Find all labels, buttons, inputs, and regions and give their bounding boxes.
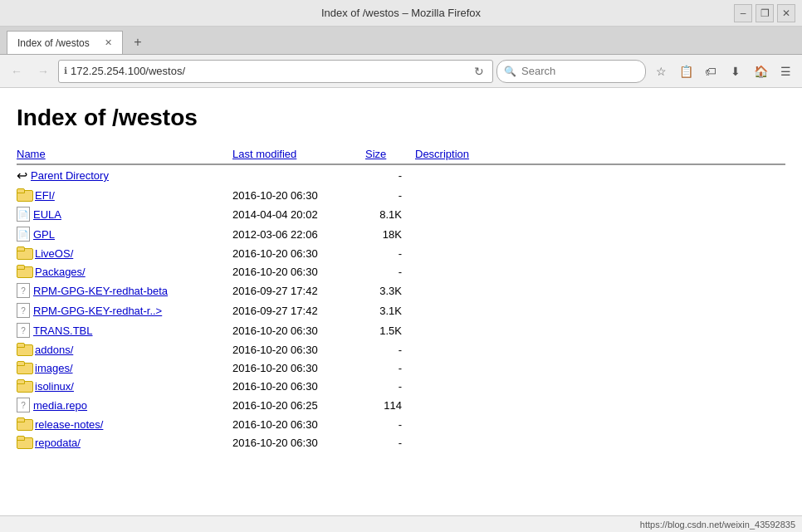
file-size: - [365,415,415,433]
menu-icon[interactable]: ☰ [774,60,797,83]
file-desc [415,377,785,395]
file-link[interactable]: LiveOS/ [35,247,73,260]
file-link[interactable]: EULA [33,208,61,221]
home-icon[interactable]: 🏠 [749,60,772,83]
file-desc [415,320,785,340]
table-row: ?media.repo2016-10-20 06:25114 [17,395,785,415]
table-row: 📄GPL2012-03-06 22:0618K [17,224,785,244]
folder-icon [17,417,32,431]
file-size: 1.5K [365,320,415,340]
file-size: - [365,377,415,395]
bookmark-icon[interactable]: ☆ [649,60,672,83]
file-size: 8.1K [365,204,415,224]
file-link[interactable]: repodata/ [35,437,81,449]
table-row: 📄EULA2014-04-04 20:028.1K [17,204,785,224]
col-header-desc: Description [415,144,785,164]
minimize-button[interactable]: – [734,4,752,22]
file-date: 2012-03-06 22:06 [232,224,365,244]
address-input[interactable] [71,65,471,77]
file-size: - [365,164,415,186]
download-icon[interactable]: ⬇ [724,60,747,83]
file-desc [415,164,785,186]
file-date: 2016-10-20 06:30 [232,415,365,433]
file-link[interactable]: Parent Directory [31,169,109,182]
tab-index-westos[interactable]: Index of /westos ✕ [7,31,123,54]
sort-desc-link[interactable]: Description [415,148,469,160]
table-row: addons/2016-10-20 06:30- [17,340,785,359]
new-tab-button[interactable]: + [126,31,149,54]
file-icon: ? [17,398,30,412]
window-title: Index of /westos – Mozilla Firefox [321,7,481,19]
lock-icon: ℹ [64,66,67,76]
close-button[interactable]: ✕ [777,4,795,22]
table-row: EFI/2016-10-20 06:30- [17,186,785,204]
file-size: 114 [365,395,415,415]
file-size: 18K [365,224,415,244]
toolbar-icons: ☆ 📋 🏷 ⬇ 🏠 ☰ [649,60,797,83]
file-size: - [365,262,415,281]
table-row: images/2016-10-20 06:30- [17,359,785,377]
file-desc [415,340,785,359]
file-date: 2016-09-27 17:42 [232,281,365,300]
file-link[interactable]: media.repo [33,399,87,412]
file-desc [415,204,785,224]
folder-icon [17,379,32,393]
file-desc [415,395,785,415]
file-icon: ? [17,283,30,298]
status-url: https://blog.csdn.net/weixin_43592835 [640,520,795,530]
refresh-button[interactable]: ↻ [471,65,487,78]
file-date: 2016-10-20 06:30 [232,340,365,359]
file-date: 2016-10-20 06:30 [232,262,365,281]
back-button[interactable]: ← [5,60,28,83]
sort-name-link[interactable]: Name [17,148,46,160]
table-row: ?TRANS.TBL2016-10-20 06:301.5K [17,320,785,340]
file-icon: ? [17,323,30,338]
doc-icon: 📄 [17,207,30,222]
sort-size-link[interactable]: Size [365,148,386,160]
tab-label: Index of /westos [17,37,90,49]
file-date: 2016-10-20 06:30 [232,433,365,451]
file-icon: ? [17,303,30,318]
file-link[interactable]: GPL [33,228,55,241]
file-size: - [365,244,415,262]
file-size: - [365,433,415,451]
file-date: 2016-10-20 06:30 [232,377,365,395]
file-link[interactable]: RPM-GPG-KEY-redhat-beta [33,285,168,297]
forward-button[interactable]: → [32,60,55,83]
file-date: 2016-10-20 06:30 [232,320,365,340]
file-link[interactable]: RPM-GPG-KEY-redhat-r..> [33,305,162,317]
file-link[interactable]: EFI/ [35,189,55,202]
file-desc [415,281,785,300]
file-link[interactable]: release-notes/ [35,418,103,431]
file-link[interactable]: isolinux/ [35,380,74,393]
reader-icon[interactable]: 📋 [674,60,697,83]
table-row: ↩Parent Directory- [17,164,785,186]
address-bar-wrapper: ℹ ↻ [58,60,493,83]
file-link[interactable]: TRANS.TBL [33,325,93,337]
file-link[interactable]: images/ [35,362,73,374]
folder-icon [17,436,32,449]
file-date: 2016-10-20 06:30 [232,186,365,204]
table-row: Packages/2016-10-20 06:30- [17,262,785,281]
file-size: - [365,186,415,204]
col-header-size: Size [365,144,415,164]
doc-icon: 📄 [17,227,30,242]
search-input[interactable] [521,65,629,77]
file-size: 3.1K [365,300,415,320]
file-link[interactable]: Packages/ [35,266,86,278]
pocket-icon[interactable]: 🏷 [699,60,722,83]
title-bar: Index of /westos – Mozilla Firefox – ❐ ✕ [0,0,802,27]
file-desc [415,415,785,433]
col-header-name: Name [17,144,232,164]
folder-icon [17,265,32,278]
search-icon: 🔍 [504,66,516,77]
sort-date-link[interactable]: Last modified [232,148,296,160]
file-link[interactable]: addons/ [35,344,73,356]
file-desc [415,359,785,377]
nav-bar: ← → ℹ ↻ 🔍 ☆ 📋 🏷 ⬇ 🏠 ☰ [0,55,802,88]
tab-close-button[interactable]: ✕ [105,37,112,48]
restore-button[interactable]: ❐ [756,4,774,22]
folder-icon [17,246,32,260]
tab-bar: Index of /westos ✕ + [0,27,802,55]
table-row: ?RPM-GPG-KEY-redhat-r..>2016-09-27 17:42… [17,300,785,320]
